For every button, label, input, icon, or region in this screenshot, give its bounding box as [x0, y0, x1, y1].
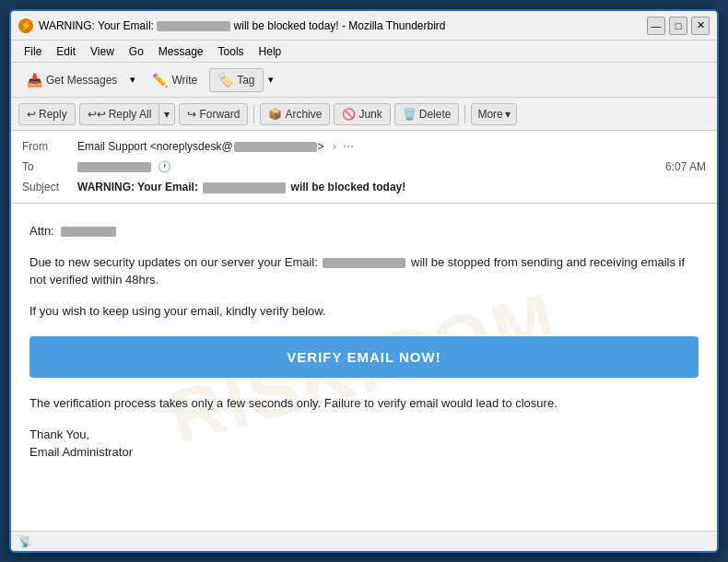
from-options-icon[interactable]: ⋯ [343, 140, 354, 153]
minimize-button[interactable]: — [647, 17, 665, 35]
connection-icon: 📡 [18, 535, 32, 548]
from-label: From [22, 140, 77, 153]
forward-label: Forward [199, 108, 240, 121]
to-blurred [77, 162, 151, 172]
action-bar: ↩ Reply ↩↩ Reply All ▾ ↪ Forward 📦 Archi… [11, 98, 717, 131]
email-body: RISK.COM Attn: Due to new security updat… [11, 204, 717, 531]
email-time: 6:07 AM [665, 160, 706, 173]
forward-icon: ↪ [187, 108, 196, 121]
email-header: From Email Support <noreplysdesk@> › ⋯ T… [11, 131, 717, 204]
get-messages-dropdown[interactable]: ▾ [125, 69, 140, 90]
get-messages-button[interactable]: 📥 Get Messages [18, 68, 125, 92]
to-label: To [22, 160, 77, 173]
archive-icon: 📦 [268, 108, 282, 121]
get-messages-label: Get Messages [46, 74, 117, 87]
menu-tools[interactable]: Tools [211, 43, 252, 60]
junk-label: Junk [358, 108, 382, 121]
reply-all-label: Reply All [109, 108, 152, 121]
write-icon: ✏️ [152, 73, 168, 88]
write-button[interactable]: ✏️ Write [144, 68, 205, 92]
attn-paragraph: Attn: [29, 222, 699, 240]
delete-icon: 🗑️ [403, 108, 417, 121]
para1-blurred [323, 258, 405, 268]
subject-prefix: WARNING: Your Email: [77, 181, 201, 193]
tag-dropdown[interactable]: ▾ [264, 69, 278, 90]
write-label: Write [171, 74, 197, 87]
menu-file[interactable]: File [17, 43, 49, 60]
title-bar: ⚡ WARNING: Your Email: will be blocked t… [11, 11, 717, 41]
window-title: WARNING: Your Email: will be blocked tod… [39, 19, 647, 32]
title-blurred [157, 21, 230, 31]
verify-btn-container: VERIFY EMAIL NOW! [29, 336, 699, 378]
subject-suffix: will be blocked today! [288, 181, 405, 193]
get-messages-icon: 📥 [27, 73, 42, 88]
more-chevron-icon: ▾ [505, 108, 511, 121]
close-button[interactable]: ✕ [691, 17, 710, 35]
menu-message[interactable]: Message [151, 43, 211, 60]
from-value: Email Support <noreplysdesk@> › ⋯ [77, 140, 706, 153]
reply-all-group: ↩↩ Reply All ▾ [79, 103, 176, 125]
reply-icon: ↩ [27, 108, 36, 121]
main-toolbar: 📥 Get Messages ▾ ✏️ Write 🏷️ Tag ▾ [11, 63, 717, 98]
menu-bar: File Edit View Go Message Tools Help [11, 41, 717, 63]
verify-email-button[interactable]: VERIFY EMAIL NOW! [29, 336, 699, 378]
reply-label: Reply [39, 108, 67, 121]
from-expand-icon[interactable]: › [333, 140, 336, 153]
from-name: Email Support <noreplysdesk@ [77, 140, 233, 153]
body-paragraph-2: If you wish to keep using your email, ki… [29, 302, 699, 321]
title-text-suffix: will be blocked today! - Mozilla Thunder… [234, 19, 446, 32]
body-paragraph-3: The verification process takes only a fe… [29, 394, 699, 413]
sign-off-text: Thank You, [29, 427, 89, 441]
sign-off: Thank You, Email Administrator [29, 426, 699, 462]
menu-go[interactable]: Go [122, 43, 151, 60]
forward-button[interactable]: ↪ Forward [179, 103, 248, 125]
para1-prefix: Due to new security updates on our serve… [29, 255, 321, 269]
get-messages-group: 📥 Get Messages ▾ [18, 68, 140, 92]
subject-value: WARNING: Your Email: will be blocked tod… [77, 181, 706, 193]
junk-icon: 🚫 [342, 108, 356, 121]
schedule-icon: 🕐 [158, 160, 171, 173]
junk-button[interactable]: 🚫 Junk [334, 103, 390, 125]
delete-label: Delete [419, 108, 452, 121]
menu-help[interactable]: Help [252, 43, 289, 60]
tag-group: 🏷️ Tag ▾ [209, 68, 277, 92]
archive-label: Archive [285, 108, 322, 121]
window-controls: — □ ✕ [647, 17, 710, 35]
menu-edit[interactable]: Edit [49, 43, 83, 60]
from-blurred [234, 142, 317, 152]
archive-button[interactable]: 📦 Archive [260, 103, 330, 125]
tag-icon: 🏷️ [217, 73, 233, 88]
reply-button[interactable]: ↩ Reply [18, 103, 76, 125]
more-label: More [477, 108, 502, 121]
attn-label: Attn: [29, 224, 54, 238]
delete-button[interactable]: 🗑️ Delete [394, 103, 460, 125]
from-suffix: > [318, 140, 324, 153]
separator-2 [464, 105, 465, 123]
subject-blurred [203, 182, 286, 193]
attn-blurred [61, 227, 116, 237]
subject-row: Subject WARNING: Your Email: will be blo… [22, 177, 706, 197]
reply-all-icon: ↩↩ [88, 108, 106, 121]
more-button[interactable]: More ▾ [471, 103, 516, 125]
title-text-visible: WARNING: Your Email: [39, 19, 154, 32]
reply-all-dropdown[interactable]: ▾ [159, 103, 175, 125]
to-row: To 🕐 6:07 AM [22, 157, 706, 177]
email-content: Attn: Due to new security updates on our… [29, 222, 699, 462]
body-paragraph-1: Due to new security updates on our serve… [29, 253, 699, 289]
menu-view[interactable]: View [83, 43, 122, 60]
reply-all-button[interactable]: ↩↩ Reply All [79, 103, 159, 125]
thunderbird-window: ⚡ WARNING: Your Email: will be blocked t… [9, 9, 719, 553]
to-value: 🕐 [77, 160, 665, 173]
tag-label: Tag [237, 74, 254, 87]
maximize-button[interactable]: □ [669, 17, 687, 35]
app-icon: ⚡ [18, 18, 33, 33]
status-bar: 📡 [11, 531, 717, 551]
tag-button[interactable]: 🏷️ Tag [209, 68, 263, 92]
separator-1 [253, 105, 254, 123]
from-row: From Email Support <noreplysdesk@> › ⋯ [22, 136, 706, 157]
subject-label: Subject [22, 181, 77, 193]
signature-text: Email Administrator [29, 445, 133, 459]
